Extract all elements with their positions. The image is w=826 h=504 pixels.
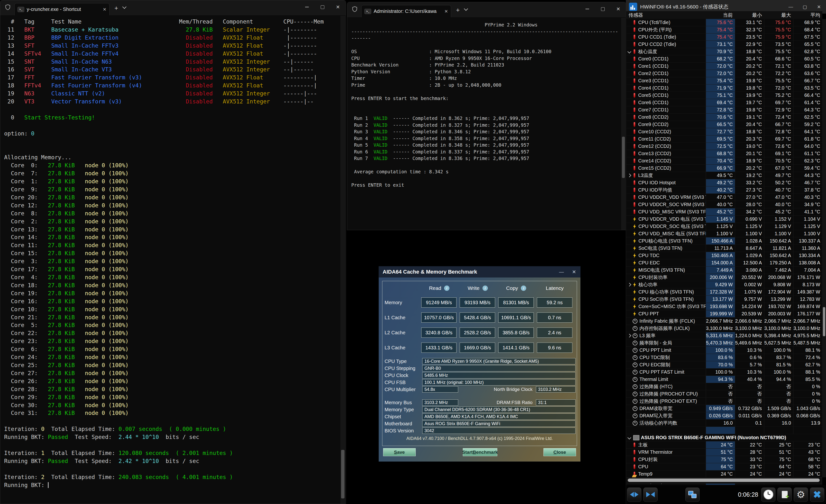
sensor-row[interactable]: CPU SoC功率 (SVI3 TFN)13.177 W9.757 W13.29… (626, 296, 822, 303)
sensor-row[interactable]: L3 频率5,331.6 MHz1,224.0 MHz5,398.4 MHz4,… (626, 332, 822, 339)
horizontal-scrollbar[interactable] (627, 477, 822, 484)
sensor-row[interactable]: CPU封装75 °C33 °C75 °C68 °C (626, 456, 822, 463)
sensor-row[interactable]: CPU EDC154.000 A12.500 A179.250 A138.008… (626, 259, 822, 266)
swap-columns-button[interactable] (627, 488, 641, 502)
sensor-row[interactable]: Core15 (CCD2)66.9 °C20.2 °C67.0 °C59.4 °… (626, 165, 822, 172)
maximize-button[interactable] (314, 0, 330, 14)
chevron-right-icon[interactable] (628, 174, 632, 178)
minimize-button[interactable]: — (555, 269, 568, 275)
chevron-down-icon[interactable] (628, 436, 632, 440)
sensor-row[interactable]: Core3 (CCD1)75.4 °C19.8 °C75.5 °C66.7 °C (626, 77, 822, 84)
tab-dropdown-icon[interactable] (123, 2, 126, 10)
sensor-row[interactable]: 过热降频 (HTC)否否否0 % (626, 383, 822, 390)
sensor-row[interactable]: Core2 (CCD1)72.0 °C20.2 °C72.2 °C63.6 °C (626, 70, 822, 77)
sensor-row[interactable]: Core12 (CCD2)72.5 °C19.0 °C72.6 °C64.0 °… (626, 143, 822, 150)
sensor-row[interactable]: Core6 (CCD1)69.4 °C19.7 °C69.7 °C61.4 °C (626, 99, 822, 106)
chevron-right-icon[interactable] (628, 283, 632, 287)
sensor-row[interactable]: 内存控制器频率 (UCLK)3,100.0 MHz3,100.0 MHz3,10… (626, 325, 822, 332)
sensor-row[interactable]: CPU VDDCR_VDD VRM (SVI3 T...47.0 °C27.0 … (626, 194, 822, 201)
sensor-row[interactable]: Infinity Fabric 频率 (FCLK)2,066.7 MHz2,06… (626, 318, 822, 325)
sensor-row[interactable]: 主板24 °C22 °C25 °C23 °C (626, 441, 822, 449)
sensor-row[interactable]: Thermal Limit94.3 %40.4 %94.4 %85.5 % (626, 376, 822, 383)
monitors-button[interactable] (685, 488, 700, 502)
sensor-row[interactable]: 频率限制 - 全局5,470.3 MHz5,469.6 MHz5,627.5 M… (626, 339, 822, 347)
sensor-row[interactable]: CPU PPT FAST Limit100.0 %10.3 %100.0 %88… (626, 369, 822, 376)
sensor-row[interactable]: CPU TDC150.465 A1.029 A150.642 A130.334 … (626, 252, 822, 259)
sensor-row[interactable]: Core8 (CCD2)70.6 °C19.1 °C72.4 °C62.5 °C (626, 114, 822, 121)
sensor-row[interactable]: DRAM写入带宽0.026 GB/s0.011 GB/s0.369 GB/s0.… (626, 412, 822, 420)
sensor-row[interactable]: Core+SoC+MISC 功率 (SVI3 TFN)193.698 W14.2… (626, 303, 822, 310)
sensor-row[interactable]: Core1 (CCD1)72.0 °C20.2 °C72.1 °C63.8 °C (626, 63, 822, 70)
sensor-row[interactable]: CPU EDC限制70.0 %5.7 %81.5 %62.7 % (626, 361, 822, 369)
start-benchmark-button[interactable]: Start Benchmark (463, 448, 497, 456)
sensor-row[interactable]: CPU VDDCR_VDD 电压 (SVI3 TF...1.145 V0.690… (626, 215, 822, 223)
middle-terminal-scrollbar[interactable] (621, 18, 626, 230)
sensor-row[interactable]: SoC电流 (SVI3 TFN)11.713 A8.647 A11.821 A1… (626, 245, 822, 252)
info-icon[interactable]: i (521, 286, 526, 291)
sensor-row[interactable]: 核心功率9.429 W0.002 W9.808 W8.173 W (626, 281, 822, 289)
minimize-button[interactable] (299, 0, 314, 14)
sensor-row[interactable]: CPU CCD1 (Tdie)75.4 °C23.5 °C75.9 °C67.5… (626, 34, 822, 41)
vertical-scrollbar[interactable] (822, 19, 826, 477)
tab-admin-cmd[interactable]: >_ Administrator: C:\Users\kawa ✕ (361, 5, 451, 17)
tab-dropdown-icon[interactable] (465, 4, 467, 12)
left-terminal-scrollbar[interactable] (340, 16, 345, 504)
collapse-columns-button[interactable] (643, 488, 658, 502)
sensor-row[interactable]: MISC电流 (SVI3 TFN)7.449 A3.080 A7.462 A7.… (626, 266, 822, 274)
sensor-row[interactable]: CPU (Tctl/Tdie)75.6 °C33.1 °C75.6 °C68.9… (626, 19, 822, 26)
sensor-row[interactable]: L3温度49.5 °C19.2 °C49.7 °C44.3 °C (626, 172, 822, 179)
sensor-section-header[interactable]: ASUS ROG STRIX B650E-F GAMING WIFI (Nuvo… (626, 434, 822, 441)
sensor-row[interactable]: DRAM读取带宽0.949 GB/s0.732 GB/s1.509 GB/s1.… (626, 405, 822, 412)
terminal-titlebar[interactable]: >_ y-cruncher.exe - Shortcut ✕ + ✕ (0, 0, 346, 15)
save-button[interactable]: Save (383, 448, 416, 456)
sensor-row[interactable]: Core9 (CCD2)66.5 °C20.4 °C66.7 °C59.2 °C (626, 121, 822, 128)
sensor-row[interactable]: Temp924 °C24 °C24 °C24 °C (626, 470, 822, 478)
clock-button[interactable] (761, 488, 775, 502)
sensor-row[interactable]: CPU IOD平均值40.2 °C27.3 °C40.7 °C37.8 °C (626, 186, 822, 194)
new-tab-button[interactable]: + (114, 4, 118, 12)
sensor-row[interactable]: CPU 核心功率 (SVI3 TFN)172.328 W1.075 W172.9… (626, 289, 822, 296)
sensor-row[interactable]: CPU CCD2 (Tdie)73.1 °C22.9 °C73.5 °C65.5… (626, 41, 822, 48)
close-button[interactable]: ✕ (610, 2, 626, 16)
sensor-row[interactable]: 活动核心的平均数16.00.116.013.9 (626, 420, 822, 427)
sensor-row[interactable]: CPU PPT Limit100.0 %10.3 %100.0 %88.1 % (626, 347, 822, 354)
sensor-row[interactable]: 过热降频 (PROCHOT EXT)否否否0 % (626, 398, 822, 405)
maximize-button[interactable] (595, 2, 610, 16)
settings-button[interactable]: ⚙ (794, 488, 808, 502)
maximize-button[interactable]: ▢ (798, 4, 812, 10)
sensor-row[interactable]: VRM Thermistor51 °C28 °C51 °C43 °C (626, 449, 822, 456)
sensor-row[interactable]: Core5 (CCD1)75.1 °C19.9 °C75.2 °C66.4 °C (626, 92, 822, 99)
sensor-row[interactable]: Core4 (CCD1)71.9 °C19.8 °C72.0 °C63.5 °C (626, 84, 822, 92)
exit-button[interactable]: ✖ (810, 488, 824, 502)
tab-y-cruncher[interactable]: >_ y-cruncher.exe - Shortcut ✕ (14, 3, 110, 15)
sensor-row[interactable]: Core0 (CCD1)68.2 °C20.4 °C68.6 °C60.5 °C (626, 55, 822, 63)
sensor-row[interactable]: Core13 (CCD2)68.8 °C20.1 °C69.1 °C61.1 °… (626, 150, 822, 157)
sensor-row[interactable]: Core7 (CCD1)72.8 °C19.8 °C72.9 °C64.3 °C (626, 106, 822, 114)
sensor-row[interactable]: CPU PPT199.999 W20.539 W200.003 W176.177… (626, 310, 822, 318)
chevron-right-icon[interactable] (628, 334, 632, 338)
sensor-row[interactable]: Core11 (CCD2)69.5 °C20.3 °C69.7 °C61.8 °… (626, 135, 822, 143)
sensor-row[interactable]: CPU外壳 (平均)75.4 °C32.3 °C75.5 °C68.4 °C (626, 26, 822, 34)
sensor-row[interactable]: CPU核心电流 (SVI3 TFN)150.466 A1.028 A150.64… (626, 238, 822, 245)
sensor-row[interactable]: CPU VDD_MISC VRM (SVI3 TFN)45.2 °C34.2 °… (626, 208, 822, 215)
sensor-row[interactable]: CPU VDD_MISC 电压 (SVI3 TFN)1.100 V1.100 V… (626, 230, 822, 238)
sensor-row[interactable]: CPU VDDCR_SOC VRM (SVI3 TF...40.0 °C28.0… (626, 201, 822, 208)
minimize-button[interactable] (579, 2, 595, 16)
sensor-row[interactable]: CPU IOD Hotspot49.2 °C33.2 °C50.2 °C46.7… (626, 179, 822, 186)
sensor-row[interactable]: 过热降频 (PROCHOT CPU)否否否0 % (626, 390, 822, 398)
report-button[interactable] (777, 488, 792, 502)
terminal-titlebar[interactable]: >_ Administrator: C:\Users\kawa ✕ + ✕ (347, 2, 626, 17)
new-tab-button[interactable]: + (456, 6, 460, 14)
sensor-row[interactable]: CPU封装功率200.006 W20.552 W200.068 W176.171… (626, 274, 822, 281)
sensor-row[interactable]: CPU VDDCR_SOC 电压 (SVI3 TF...1.125 V1.125… (626, 223, 822, 230)
info-icon[interactable]: i (444, 286, 450, 291)
sensor-row[interactable]: CPU64 °C23 °C64 °C58 °C (626, 463, 822, 470)
chevron-down-icon[interactable] (628, 50, 632, 54)
tab-close-icon[interactable]: ✕ (103, 7, 106, 12)
sensor-row[interactable]: Core14 (CCD2)70.4 °C18.9 °C70.5 °C62.3 °… (626, 157, 822, 165)
info-icon[interactable]: i (482, 286, 488, 291)
close-benchmark-button[interactable]: Close (543, 448, 576, 456)
minimize-button[interactable]: — (784, 4, 798, 9)
close-button[interactable]: ✕ (330, 0, 346, 14)
sensor-row[interactable]: CPU TDC限制83.6 %0.6 %83.7 %72.4 % (626, 354, 822, 361)
